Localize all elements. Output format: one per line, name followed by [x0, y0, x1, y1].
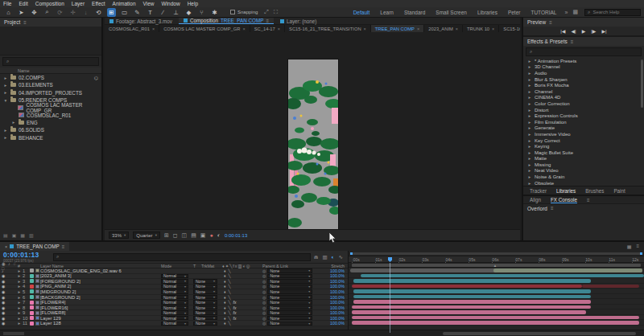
pickwhip-icon[interactable]: ◎	[262, 284, 266, 289]
type-tool[interactable]: T	[146, 8, 155, 17]
layer-color-swatch[interactable]	[30, 301, 34, 305]
stretch-value[interactable]: 100.0%	[320, 321, 348, 326]
layer-duration-bar[interactable]	[361, 274, 644, 278]
mode-column-header[interactable]: Mode	[161, 264, 193, 268]
stretch-value[interactable]: 100.0%	[320, 279, 348, 284]
menu-window[interactable]: Window	[162, 1, 180, 6]
layer-duration-bar[interactable]	[353, 300, 591, 304]
effects-category--animation-presets[interactable]: ▸* Animation Presets	[523, 58, 644, 64]
panel-menu-icon[interactable]: ≡	[549, 20, 552, 25]
parent-dropdown[interactable]: None▾	[267, 274, 312, 279]
menu-help[interactable]: Help	[188, 1, 198, 6]
layer-name[interactable]: [PNG_ANIM 2]	[40, 284, 161, 289]
tab-libraries[interactable]: Libraries	[556, 188, 576, 194]
pickwhip-icon[interactable]: ◎	[262, 300, 266, 305]
orbit-camera-tool[interactable]: ⟳	[56, 8, 64, 17]
effects-category-blur-sharpen[interactable]: ▸Blur & Sharpen	[523, 76, 644, 83]
comp-tab-trunk-10[interactable]: TRUNK 10×	[463, 25, 499, 32]
panel-menu-icon[interactable]: ≡	[551, 206, 554, 211]
mode-dropdown[interactable]: Normal▾	[161, 310, 188, 315]
effects-category-color-correction[interactable]: ▸Color Correction	[523, 100, 644, 107]
frame-blend-icon[interactable]: ▥	[322, 254, 327, 260]
stretch-column-header[interactable]: Stretch	[320, 264, 348, 268]
viewer-tab-composition[interactable]: CompositionTREE_PAN COMP≡	[179, 18, 274, 24]
effects-category-matte[interactable]: ▸Matte	[523, 156, 644, 162]
brush-tool[interactable]: ∕	[159, 8, 167, 17]
parent-dropdown[interactable]: None▾	[267, 305, 312, 310]
motion-blur-icon[interactable]: ◐	[332, 254, 335, 260]
pickwhip-icon[interactable]: ◎	[262, 305, 266, 310]
parent-dropdown[interactable]: None▾	[267, 310, 312, 315]
workspace-tab-tutorial[interactable]: TUTORIAL	[530, 10, 556, 15]
comp-tab-tree-pan-comp[interactable]: TREE_PAN COMP×	[371, 25, 424, 32]
resolution-dropdown[interactable]: Quarter▾	[133, 232, 160, 239]
timeline-search-box[interactable]: ⌕	[53, 253, 311, 261]
mode-dropdown[interactable]: Normal▾	[161, 274, 188, 279]
trkmat-dropdown[interactable]: None▾	[193, 279, 217, 284]
stretch-value[interactable]: 100.0%	[320, 305, 348, 310]
workspace-tab-small-screen[interactable]: Small Screen	[436, 10, 467, 15]
layer-name[interactable]: Layer 129	[40, 316, 161, 321]
parent-dropdown[interactable]: None▾	[267, 268, 312, 273]
layer-name[interactable]: [2023_ANIM 3]	[40, 273, 161, 278]
effects-category-obsolete[interactable]: ▸Obsolete	[523, 180, 644, 186]
zoom-tool[interactable]: ⌕	[43, 8, 52, 17]
menu-file[interactable]: File	[3, 1, 11, 6]
pickwhip-icon[interactable]: ◎	[262, 316, 266, 321]
parent-dropdown[interactable]: None▾	[267, 300, 312, 305]
pickwhip-icon[interactable]: ◎	[262, 268, 266, 273]
workspace-manager-icon[interactable]: ▩	[572, 9, 578, 15]
help-search-box[interactable]: ⌕	[584, 9, 641, 16]
trkmat-dropdown[interactable]: None▾	[193, 322, 217, 326]
effects-category-missing[interactable]: ▸Missing	[523, 162, 644, 168]
layer-row-11[interactable]: ◉▸11Layer 128Normal▾None▾♦╲◎None▾100.0%	[0, 321, 348, 326]
project-item-03-elements[interactable]: ▸03.ELEMENTS	[0, 81, 101, 88]
trkmat-dropdown[interactable]: None▾	[193, 305, 217, 310]
effects-category-film-emulation[interactable]: ▸Film Emulation	[523, 119, 644, 125]
panel-menu-icon[interactable]: ≡	[62, 244, 65, 249]
project-item-behance[interactable]: ▸BEHANCE	[0, 133, 101, 141]
layer-duration-bar[interactable]	[352, 310, 587, 314]
pickwhip-icon[interactable]: ◎	[262, 321, 266, 326]
layer-duration-bar[interactable]	[582, 285, 640, 289]
layer-color-swatch[interactable]	[30, 279, 34, 283]
layer-color-swatch[interactable]	[30, 322, 34, 326]
layer-name[interactable]: [FOREGROUND 2]	[40, 279, 161, 284]
parent-dropdown[interactable]: None▾	[267, 279, 312, 284]
layer-color-swatch[interactable]	[30, 311, 34, 315]
proportional-grid-icon[interactable]: ⤢	[264, 9, 269, 15]
layer-duration-bar[interactable]	[352, 316, 640, 320]
comp-tab-2023-anim[interactable]: 2023_ANIM×	[424, 25, 463, 32]
workspace-tab-standard[interactable]: Standard	[404, 10, 425, 15]
effects-category-expression-controls[interactable]: ▸Expression Controls	[523, 113, 644, 119]
comp-tab-sc-14-17[interactable]: SC_14-17×	[250, 25, 285, 32]
roto-brush-tool[interactable]: ⑂	[197, 8, 206, 17]
trkmat-dropdown[interactable]: None▾	[193, 295, 217, 300]
comp-tab-sc15-16-21-tree-transition[interactable]: SC15-16_21_TREE_TRANSITION×	[285, 25, 371, 32]
effects-category-immersive-video[interactable]: ▸Immersive Video	[523, 131, 644, 137]
stretch-value[interactable]: 100.0%	[320, 310, 348, 315]
viewer-timestamp[interactable]: 0:00:01:13	[225, 233, 247, 238]
composition-viewer[interactable]	[105, 32, 520, 229]
effects-category-noise-grain[interactable]: ▸Noise & Grain	[523, 174, 644, 180]
project-item-04-imported-projects[interactable]: ▸04.IMPORTED_PROJECTS	[0, 89, 101, 96]
stretch-value[interactable]: 100.0%	[320, 289, 348, 294]
workspace-tab-learn[interactable]: Learn	[380, 10, 394, 15]
effects-category-key-correct[interactable]: ▸Key Correct	[523, 137, 644, 144]
parent-dropdown[interactable]: None▾	[267, 295, 312, 300]
pickwhip-icon[interactable]: ◎	[262, 273, 266, 278]
menu-layer[interactable]: Layer	[72, 1, 85, 6]
tab-brushes[interactable]: Brushes	[585, 188, 604, 194]
trkmat-dropdown[interactable]: None▾	[193, 289, 217, 294]
time-navigator[interactable]	[349, 251, 644, 256]
eraser-tool[interactable]: ◆	[184, 8, 193, 17]
menu-edit[interactable]: Edit	[19, 1, 27, 6]
tab-tracker[interactable]: Tracker	[530, 188, 547, 194]
project-search-box[interactable]: ⌕	[2, 57, 99, 66]
stretch-value[interactable]: 100.0%	[320, 284, 348, 289]
pickwhip-icon[interactable]: ◎	[262, 279, 266, 284]
region-of-interest-icon[interactable]: ◫	[182, 232, 188, 239]
home-tool[interactable]: ⌂	[4, 8, 13, 17]
previous-frame-button[interactable]: ◀|	[572, 28, 576, 34]
mode-dropdown[interactable]: Normal▾	[161, 285, 188, 289]
